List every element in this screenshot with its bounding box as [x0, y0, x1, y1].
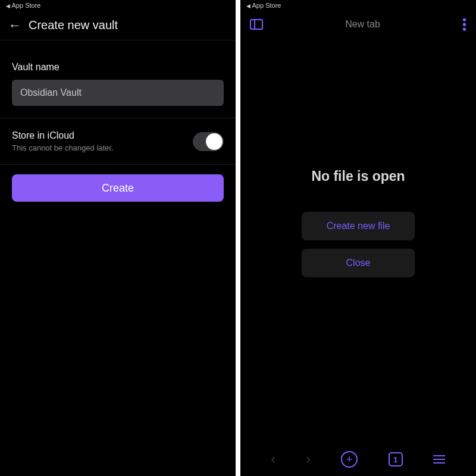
screen-new-tab: App Store New tab ••• No file is open Cr… — [240, 0, 476, 476]
more-menu-icon[interactable]: ••• — [462, 17, 466, 32]
empty-state: No file is open Create new file Close — [240, 38, 476, 443]
tab-count-icon: 1 — [389, 452, 403, 466]
status-bar: App Store — [240, 0, 476, 11]
status-bar: App Store — [0, 0, 236, 11]
nav-forward-icon[interactable]: › — [306, 452, 310, 467]
icloud-section: Store in iCloud This cannot be changed l… — [0, 118, 236, 165]
back-to-app[interactable]: App Store — [6, 2, 40, 9]
new-note-button[interactable]: + — [341, 451, 358, 468]
tab-title: New tab — [345, 19, 380, 30]
create-button[interactable]: Create — [12, 174, 224, 202]
vault-name-label: Vault name — [12, 62, 224, 73]
back-arrow-icon[interactable]: ← — [8, 18, 21, 33]
icloud-toggle[interactable] — [193, 132, 224, 151]
tab-switcher-button[interactable]: 1 — [389, 452, 403, 466]
plus-circle-icon: + — [341, 451, 358, 468]
page-title: Create new vault — [29, 18, 118, 32]
header: ← Create new vault — [0, 11, 236, 40]
icloud-title: Store in iCloud — [12, 130, 114, 141]
screen-create-vault: App Store ← Create new vault Vault name … — [0, 0, 236, 476]
vault-name-section: Vault name — [0, 40, 236, 118]
hamburger-icon — [433, 455, 445, 464]
bottom-bar: ‹ › + 1 — [240, 443, 476, 476]
create-new-file-button[interactable]: Create new file — [302, 212, 415, 240]
sidebar-toggle-icon[interactable] — [250, 19, 263, 30]
icloud-subtitle: This cannot be changed later. — [12, 143, 114, 152]
menu-button[interactable] — [433, 455, 445, 464]
empty-message: No file is open — [311, 168, 405, 184]
back-to-app[interactable]: App Store — [246, 2, 281, 9]
vault-name-input[interactable] — [12, 80, 224, 106]
close-button[interactable]: Close — [302, 249, 415, 277]
top-bar: New tab ••• — [240, 11, 476, 38]
nav-back-icon[interactable]: ‹ — [271, 452, 275, 467]
toggle-knob-icon — [206, 133, 223, 150]
